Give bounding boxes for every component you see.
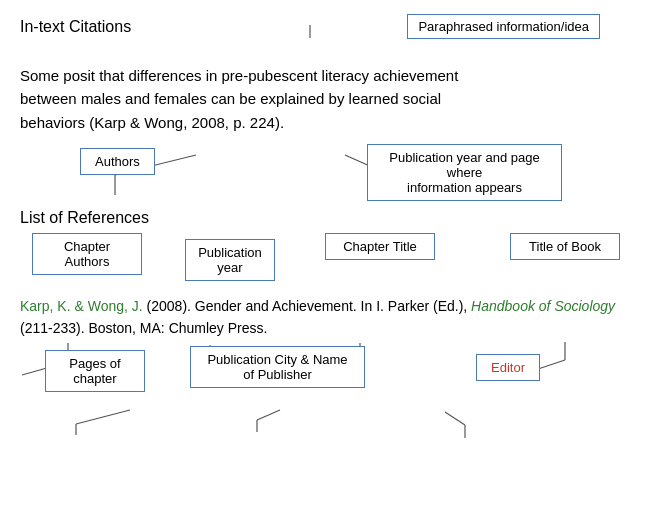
reference-text: Karp, K. & Wong, J. (2008). Gender and A… (20, 295, 630, 340)
ref-annotations-top: Chapter Authors Publication year Chapter… (20, 231, 630, 291)
citation-text: Some posit that differences in pre-pubes… (20, 64, 630, 134)
pub-year-box: Publication year and page where informat… (367, 144, 562, 201)
pub-city-line2: of Publisher (243, 367, 312, 382)
pub-city-box: Publication City & Name of Publisher (190, 346, 365, 388)
citation-line2: between males and females can be explain… (20, 90, 441, 107)
editor-box: Editor (476, 354, 540, 381)
intext-annotation-row: Authors Publication year and page where … (20, 144, 630, 199)
chapter-title-box: Chapter Title (325, 233, 435, 260)
chapter-authors-line2: Authors (65, 254, 110, 269)
ref-book-italic: Handbook of Sociology (471, 298, 615, 314)
ref-authors: Karp, K. & Wong, J. (20, 298, 143, 314)
pub-year-ref-box: Publication year (185, 239, 275, 281)
ref-city-publisher: Boston, MA: Chumley Press. (85, 320, 268, 336)
ref-chapter-title: Gender and Achievement. (195, 298, 361, 314)
pub-year-ref-line2: year (217, 260, 242, 275)
pages-chapter-line1: Pages of (69, 356, 120, 371)
title-book-box: Title of Book (510, 233, 620, 260)
citation-line1: Some posit that differences in pre-pubes… (20, 67, 458, 84)
ref-annotations-bottom: Pages of chapter Publication City & Name… (20, 346, 630, 414)
pages-chapter-box: Pages of chapter (45, 350, 145, 392)
pages-chapter-line2: chapter (73, 371, 116, 386)
paraphrased-box: Paraphrased information/idea (407, 14, 600, 39)
chapter-authors-line1: Chapter (64, 239, 110, 254)
svg-line-18 (445, 412, 465, 425)
authors-box: Authors (80, 148, 155, 175)
intext-section: In-text Citations Paraphrased informatio… (20, 18, 630, 199)
references-title: List of References (20, 209, 630, 227)
pub-year-ref-line1: Publication (198, 245, 262, 260)
ref-in-editor: In I. Parker (Ed.), (361, 298, 468, 314)
ref-year: (2008). (143, 298, 195, 314)
citation-line3: behaviors (Karp & Wong, 2008, p. 224). (20, 114, 284, 131)
pub-year-line2: information appears (407, 180, 522, 195)
chapter-authors-box: Chapter Authors (32, 233, 142, 275)
ref-pages: (211-233). (20, 320, 85, 336)
pub-year-line1: Publication year and page where (389, 150, 539, 180)
references-section: List of References Chapter Authors Publi… (20, 209, 630, 414)
pub-city-line1: Publication City & Name (207, 352, 347, 367)
